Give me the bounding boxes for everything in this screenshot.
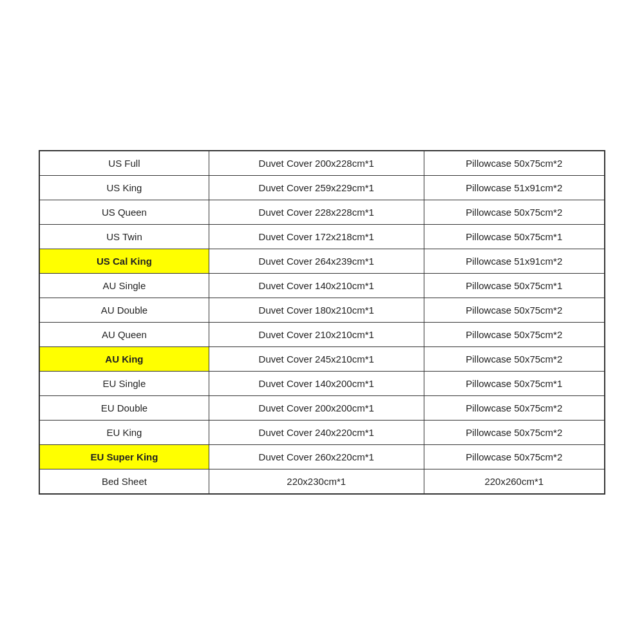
row-col3-us-cal-king: Pillowcase 51x91cm*2	[424, 249, 605, 273]
row-col2-eu-single: Duvet Cover 140x200cm*1	[209, 371, 424, 395]
row-name-au-single: AU Single	[39, 273, 209, 298]
table-row: EU DoubleDuvet Cover 200x200cm*1Pillowca…	[39, 395, 605, 420]
row-col2-au-double: Duvet Cover 180x210cm*1	[209, 298, 424, 322]
row-name-bed-sheet: Bed Sheet	[39, 469, 209, 494]
row-col2-us-full: Duvet Cover 200x228cm*1	[209, 151, 424, 176]
row-col2-us-twin: Duvet Cover 172x218cm*1	[209, 224, 424, 249]
table-row: US KingDuvet Cover 259x229cm*1Pillowcase…	[39, 175, 605, 200]
row-name-eu-super-king: EU Super King	[39, 444, 209, 469]
row-name-eu-king: EU King	[39, 420, 209, 444]
row-col3-eu-double: Pillowcase 50x75cm*2	[424, 395, 605, 420]
row-col2-au-queen: Duvet Cover 210x210cm*1	[209, 322, 424, 346]
row-name-us-full: US Full	[39, 151, 209, 176]
row-name-us-king: US King	[39, 175, 209, 200]
table-row: US Cal KingDuvet Cover 264x239cm*1Pillow…	[39, 249, 605, 273]
row-col3-us-full: Pillowcase 50x75cm*2	[424, 151, 605, 176]
row-col3-eu-king: Pillowcase 50x75cm*2	[424, 420, 605, 444]
table-row: EU Super KingDuvet Cover 260x220cm*1Pill…	[39, 444, 605, 469]
row-col2-eu-super-king: Duvet Cover 260x220cm*1	[209, 444, 424, 469]
row-col3-eu-super-king: Pillowcase 50x75cm*2	[424, 444, 605, 469]
row-name-us-cal-king: US Cal King	[39, 249, 209, 273]
row-col3-us-king: Pillowcase 51x91cm*2	[424, 175, 605, 200]
row-col2-eu-double: Duvet Cover 200x200cm*1	[209, 395, 424, 420]
row-name-eu-double: EU Double	[39, 395, 209, 420]
row-name-au-king: AU King	[39, 346, 209, 371]
table-row: US FullDuvet Cover 200x228cm*1Pillowcase…	[39, 151, 605, 176]
main-container: US FullDuvet Cover 200x228cm*1Pillowcase…	[26, 137, 618, 507]
size-chart-table: US FullDuvet Cover 200x228cm*1Pillowcase…	[39, 150, 605, 495]
row-col2-us-king: Duvet Cover 259x229cm*1	[209, 175, 424, 200]
table-row: Bed Sheet220x230cm*1220x260cm*1	[39, 469, 605, 494]
row-col2-eu-king: Duvet Cover 240x220cm*1	[209, 420, 424, 444]
row-name-au-queen: AU Queen	[39, 322, 209, 346]
table-row: AU QueenDuvet Cover 210x210cm*1Pillowcas…	[39, 322, 605, 346]
row-col3-au-double: Pillowcase 50x75cm*2	[424, 298, 605, 322]
row-col3-au-single: Pillowcase 50x75cm*1	[424, 273, 605, 298]
row-col2-au-single: Duvet Cover 140x210cm*1	[209, 273, 424, 298]
row-col3-us-queen: Pillowcase 50x75cm*2	[424, 200, 605, 224]
row-name-eu-single: EU Single	[39, 371, 209, 395]
row-col3-eu-single: Pillowcase 50x75cm*1	[424, 371, 605, 395]
row-col3-bed-sheet: 220x260cm*1	[424, 469, 605, 494]
table-row: AU KingDuvet Cover 245x210cm*1Pillowcase…	[39, 346, 605, 371]
table-row: AU SingleDuvet Cover 140x210cm*1Pillowca…	[39, 273, 605, 298]
row-col3-au-queen: Pillowcase 50x75cm*2	[424, 322, 605, 346]
row-name-us-queen: US Queen	[39, 200, 209, 224]
row-col2-bed-sheet: 220x230cm*1	[209, 469, 424, 494]
row-col2-us-cal-king: Duvet Cover 264x239cm*1	[209, 249, 424, 273]
row-col2-au-king: Duvet Cover 245x210cm*1	[209, 346, 424, 371]
row-col2-us-queen: Duvet Cover 228x228cm*1	[209, 200, 424, 224]
row-col3-au-king: Pillowcase 50x75cm*2	[424, 346, 605, 371]
table-row: US QueenDuvet Cover 228x228cm*1Pillowcas…	[39, 200, 605, 224]
row-col3-us-twin: Pillowcase 50x75cm*1	[424, 224, 605, 249]
table-row: EU SingleDuvet Cover 140x200cm*1Pillowca…	[39, 371, 605, 395]
row-name-us-twin: US Twin	[39, 224, 209, 249]
table-row: EU KingDuvet Cover 240x220cm*1Pillowcase…	[39, 420, 605, 444]
table-row: AU DoubleDuvet Cover 180x210cm*1Pillowca…	[39, 298, 605, 322]
table-row: US TwinDuvet Cover 172x218cm*1Pillowcase…	[39, 224, 605, 249]
row-name-au-double: AU Double	[39, 298, 209, 322]
